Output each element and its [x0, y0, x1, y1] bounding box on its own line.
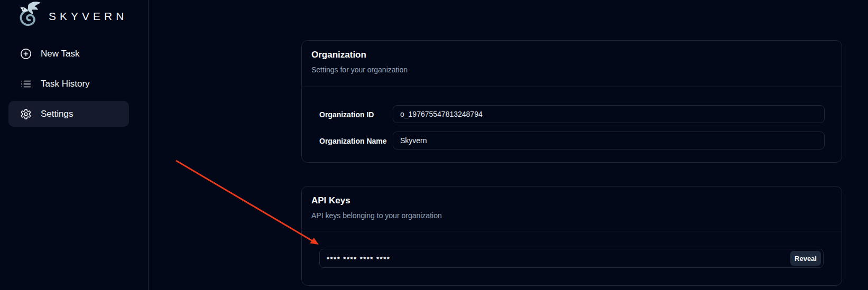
reveal-button[interactable]: Reveal: [790, 251, 821, 266]
api-keys-card-title: API Keys: [311, 195, 350, 206]
sidebar-item-label: Settings: [41, 109, 73, 119]
organization-id-input[interactable]: [393, 105, 825, 123]
sidebar-item-settings[interactable]: Settings: [8, 101, 129, 127]
organization-id-label: Organization ID: [319, 110, 374, 119]
sidebar: SKYVERN New Task Task History Settings: [0, 0, 149, 290]
list-icon: [20, 78, 32, 90]
api-keys-card: API Keys API keys belonging to your orga…: [301, 186, 842, 286]
api-key-field[interactable]: **** **** **** **** Reveal: [319, 249, 824, 268]
skyvern-dragon-logo-icon: [15, 1, 43, 31]
plus-circle-icon: [20, 48, 32, 60]
organization-name-input[interactable]: [393, 132, 825, 149]
organization-card: Organization Settings for your organizat…: [301, 40, 842, 163]
sidebar-item-new-task[interactable]: New Task: [8, 41, 129, 67]
brand-name: SKYVERN: [49, 9, 127, 23]
divider: [302, 87, 842, 87]
organization-name-label: Organization Name: [319, 137, 387, 145]
sidebar-item-label: New Task: [41, 49, 79, 59]
sidebar-item-label: Task History: [41, 79, 90, 89]
brand: SKYVERN: [15, 1, 127, 31]
organization-card-title: Organization: [311, 50, 366, 60]
divider: [302, 231, 842, 231]
api-keys-card-subtitle: API keys belonging to your organization: [311, 211, 442, 220]
organization-card-subtitle: Settings for your organization: [311, 66, 408, 74]
api-key-masked-value: **** **** **** ****: [327, 254, 790, 263]
sidebar-item-task-history[interactable]: Task History: [8, 71, 129, 97]
gear-icon: [20, 108, 32, 120]
